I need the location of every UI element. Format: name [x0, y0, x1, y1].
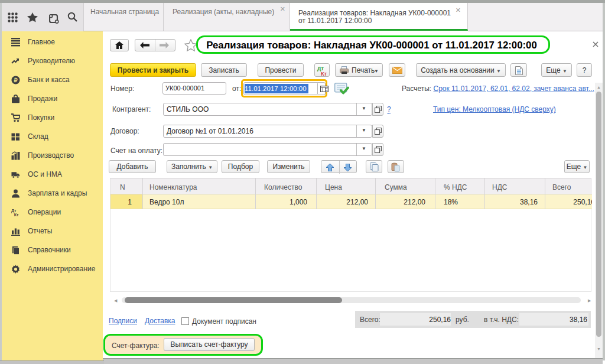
svg-text:₽: ₽ — [14, 77, 17, 83]
svg-text:Кт: Кт — [321, 71, 327, 77]
svg-text:Кт: Кт — [14, 213, 19, 217]
